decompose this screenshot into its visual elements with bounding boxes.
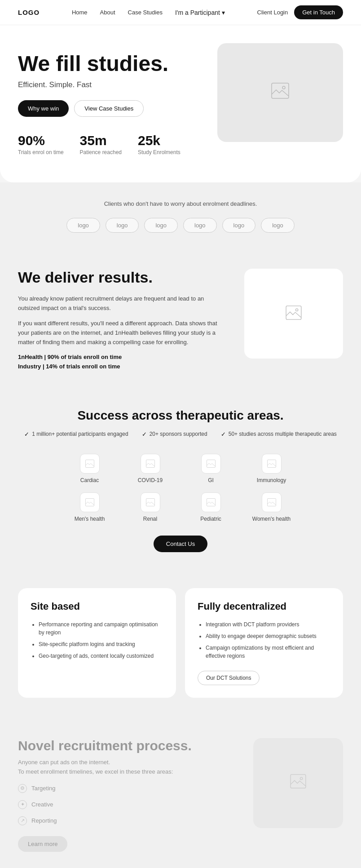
learn-more-button[interactable]: Learn more: [18, 836, 67, 852]
svg-rect-10: [207, 498, 215, 506]
area-mens-health: Men's health: [64, 492, 115, 522]
svg-rect-4: [85, 460, 94, 467]
area-immunology: Immunology: [246, 454, 297, 483]
cardiac-icon: [80, 454, 100, 474]
logos-section: Clients who don't have to worry about en…: [0, 182, 361, 251]
deliver-para2: If you want different results, you'll ne…: [18, 319, 226, 347]
hero-stats: 90% Trials enrol on time 35m Patience re…: [18, 133, 204, 155]
svg-point-1: [282, 86, 285, 89]
creative-icon: ✦: [18, 800, 27, 809]
navbar: LOGO Home About Case Studies I'm a Parti…: [0, 0, 361, 25]
gi-icon: [201, 454, 221, 474]
logo-pill-5: logo: [222, 218, 256, 233]
nav-home[interactable]: Home: [72, 9, 88, 16]
site-based-card: Site based Performance reporting and cam…: [18, 588, 176, 698]
get-in-touch-button[interactable]: Get in Touch: [294, 5, 343, 19]
deliver-left: We deliver results. You already know pat…: [18, 269, 226, 372]
therapeutic-title: Success across therapeutic areas.: [18, 408, 343, 423]
contact-us-button[interactable]: Contact Us: [154, 536, 207, 552]
therapeutic-section: Success across therapeutic areas. ✓ 1 mi…: [0, 399, 361, 579]
womens-health-icon: [262, 492, 282, 512]
hero-image: [217, 43, 343, 142]
image-placeholder-icon: [271, 83, 289, 102]
dct-solutions-button[interactable]: Our DCT Solutions: [198, 671, 260, 685]
dct-list-item-1: Integration with DCT platform providers: [206, 620, 330, 629]
novel-section: Novel recruitment process. Anyone can pu…: [0, 725, 361, 868]
svg-rect-2: [286, 306, 301, 319]
site-based-list: Performance reporting and campaign optim…: [31, 620, 163, 660]
cards-section: Site based Performance reporting and cam…: [0, 579, 361, 725]
svg-rect-12: [291, 775, 306, 788]
svg-point-13: [300, 777, 302, 779]
logos-row: logo logo logo logo logo logo: [18, 218, 343, 233]
logo-pill-1: logo: [66, 218, 100, 233]
svg-rect-9: [146, 498, 154, 506]
novel-item-creative: ✦ Creative: [18, 800, 240, 809]
svg-rect-7: [267, 460, 276, 467]
logo-pill-6: logo: [261, 218, 295, 233]
checkmark-icon: ✓: [221, 431, 226, 438]
nav-case-studies[interactable]: Case Studies: [128, 9, 163, 16]
novel-items: ⚙ Targeting ✦ Creative ↗ Reporting: [18, 784, 240, 825]
site-list-item-1: Performance reporting and campaign optim…: [39, 620, 163, 637]
logo-pill-3: logo: [144, 218, 178, 233]
nav-about[interactable]: About: [100, 9, 115, 16]
hero-title: We fill studies.: [18, 52, 204, 76]
deliver-right: [244, 269, 343, 359]
stat-patience: 35m Patience reached: [80, 133, 122, 155]
pediatric-icon: [201, 492, 221, 512]
svg-rect-11: [267, 498, 276, 506]
view-case-studies-button[interactable]: View Case Studies: [74, 100, 144, 117]
novel-item-reporting: ↗ Reporting: [18, 816, 240, 825]
client-login-button[interactable]: Client Login: [257, 9, 288, 16]
checkmark-icon: ✓: [142, 431, 147, 438]
deliver-stat1: 1nHealth | 90% of trials enroll on time: [18, 354, 226, 360]
novel-subtitle1: Anyone can put ads on the internet.: [18, 759, 240, 766]
therapeutic-checks: ✓ 1 million+ potential participants enga…: [18, 431, 343, 438]
check-1: ✓ 1 million+ potential participants enga…: [24, 431, 128, 438]
hero-left: We fill studies. Efficient. Simple. Fast…: [18, 43, 204, 155]
image-placeholder-icon: [286, 306, 302, 321]
deliver-para1: You already know patient recruitment del…: [18, 294, 226, 313]
svg-rect-8: [85, 498, 94, 506]
chevron-down-icon: ▾: [222, 9, 225, 16]
novel-item-targeting: ⚙ Targeting: [18, 784, 240, 793]
dct-list-item-3: Campaign optimizations by most efficient…: [206, 644, 330, 660]
logo-pill-4: logo: [183, 218, 217, 233]
novel-title: Novel recruitment process.: [18, 738, 240, 753]
area-gi: GI: [185, 454, 237, 483]
site-list-item-3: Geo-targeting of ads, content locally cu…: [39, 652, 163, 660]
area-covid: COVID-19: [124, 454, 176, 483]
nav-links: Home About Case Studies I'm a Participan…: [72, 9, 225, 16]
why-we-win-button[interactable]: Why we win: [18, 100, 69, 117]
nav-participant-dropdown[interactable]: I'm a Participant ▾: [175, 9, 225, 16]
cards-row: Site based Performance reporting and cam…: [18, 588, 343, 698]
covid-icon: [141, 454, 160, 474]
site-list-item-2: Site-specific platform logins and tracki…: [39, 640, 163, 648]
dct-list-item-2: Ability to engage deeper demographic sub…: [206, 632, 330, 640]
svg-point-3: [295, 309, 298, 311]
reporting-icon: ↗: [18, 816, 27, 825]
stat-trials: 90% Trials enrol on time: [18, 133, 64, 155]
image-placeholder-icon: [290, 774, 306, 792]
logos-subtitle: Clients who don't have to worry about en…: [18, 200, 343, 207]
check-2: ✓ 20+ sponsors supported: [142, 431, 207, 438]
novel-left: Novel recruitment process. Anyone can pu…: [18, 738, 240, 852]
logo-pill-2: logo: [106, 218, 139, 233]
novel-right: [253, 738, 343, 828]
targeting-icon: ⚙: [18, 784, 27, 793]
hero-subtitle: Efficient. Simple. Fast: [18, 80, 204, 89]
hero-section: We fill studies. Efficient. Simple. Fast…: [0, 25, 361, 182]
dct-card: Fully decentralized Integration with DCT…: [185, 588, 343, 698]
area-pediatric: Pediatric: [185, 492, 237, 522]
novel-subtitle2: To meet enrollment timelines, we excel i…: [18, 768, 240, 775]
immunology-icon: [262, 454, 282, 474]
area-cardiac: Cardiac: [64, 454, 115, 483]
renal-icon: [141, 492, 160, 512]
deliver-stat2: Industry | 14% of trials enroll on time: [18, 363, 226, 370]
deliver-image: [244, 269, 343, 359]
area-renal: Renal: [124, 492, 176, 522]
checkmark-icon: ✓: [24, 431, 29, 438]
deliver-title: We deliver results.: [18, 269, 226, 286]
site-based-title: Site based: [31, 601, 163, 612]
